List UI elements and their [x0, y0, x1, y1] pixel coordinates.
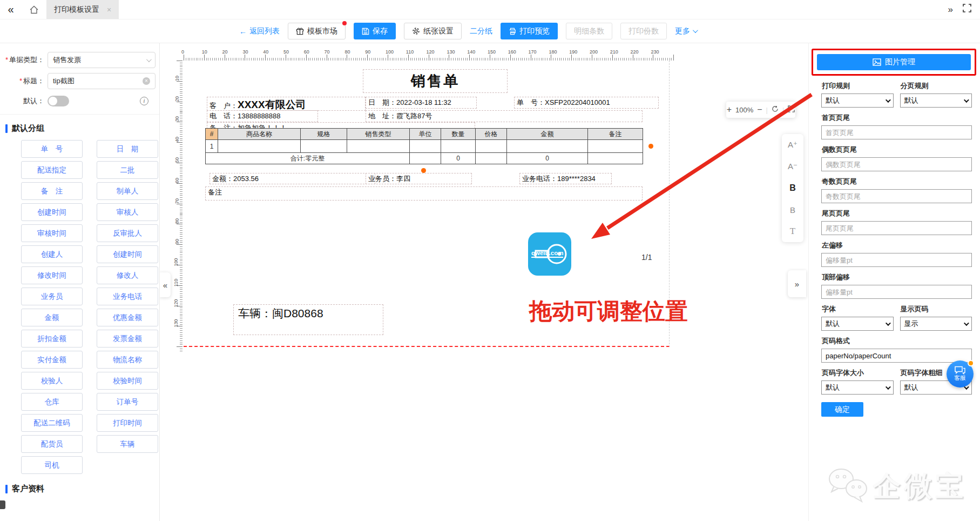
confirm-button[interactable]: 确定 [821, 402, 863, 417]
detail-rows-button[interactable]: 明细条数 [566, 23, 612, 39]
image-manage-button[interactable]: 图片管理 [817, 54, 971, 70]
qweib-logo-image[interactable]: qweib.com [528, 232, 571, 276]
highlight-red-box: 图片管理 [812, 49, 976, 76]
field-button[interactable]: 单 号 [21, 140, 83, 158]
field-button[interactable]: 校验人 [21, 372, 83, 390]
split-paper-link[interactable]: 二分纸 [470, 26, 492, 36]
invoice-date-field[interactable]: 日 期：2022-03-18 11:32 [366, 97, 477, 109]
field-button[interactable]: 校验时间 [97, 372, 158, 390]
left-offset-input[interactable] [821, 253, 972, 267]
field-button[interactable]: 日 期 [97, 140, 158, 158]
format-button[interactable]: A⁻ [782, 156, 803, 177]
first-footer-input[interactable] [821, 125, 972, 139]
page-format-label: 页码格式 [822, 336, 972, 346]
format-button[interactable]: B [782, 177, 803, 199]
template-title-input[interactable]: tip截图 × [48, 73, 156, 89]
field-button[interactable]: 制单人 [97, 182, 158, 200]
field-button[interactable]: 折扣金额 [21, 330, 83, 348]
field-button[interactable]: 反审批人 [97, 224, 158, 242]
default-toggle[interactable] [48, 96, 69, 106]
field-button[interactable]: 配送指定 [21, 161, 83, 179]
invoice-items-table[interactable]: #商品名称规格销售类型单位数量价格金额备注 1 合计:零元整 00 [205, 128, 643, 164]
fullscreen-icon[interactable] [963, 4, 971, 15]
field-button[interactable]: 金额 [21, 309, 83, 326]
field-button[interactable]: 审核时间 [21, 224, 83, 242]
left-offset-label: 左偏移 [822, 241, 972, 250]
collapse-panel-button[interactable]: » [788, 270, 806, 297]
tab-close-icon[interactable]: × [107, 5, 111, 14]
odd-footer-input[interactable] [821, 189, 972, 203]
field-button[interactable]: 业务员 [21, 288, 83, 305]
fit-screen-icon[interactable] [788, 105, 795, 114]
field-button[interactable]: 创建人 [21, 245, 83, 263]
paper-settings-button[interactable]: 纸张设置 [404, 23, 462, 39]
page-size-select[interactable]: 默认 [821, 380, 894, 395]
template-market-button[interactable]: 模板市场 [288, 23, 346, 39]
field-button[interactable]: 修改时间 [21, 266, 83, 284]
field-button[interactable]: 业务电话 [97, 288, 158, 305]
customer-service-button[interactable]: 客服 [947, 360, 974, 388]
field-button[interactable]: 发票金额 [97, 330, 158, 348]
format-button[interactable]: A⁺ [782, 134, 803, 156]
collapse-tabs-icon[interactable]: « [0, 0, 22, 19]
field-button[interactable]: 审核人 [97, 203, 158, 221]
scrollbar-fragment[interactable] [0, 500, 5, 509]
field-button[interactable]: 司机 [21, 456, 83, 474]
field-button[interactable]: 创建时间 [97, 245, 158, 263]
drag-handle-dot[interactable] [648, 144, 653, 149]
print-preview-button[interactable]: 打印预览 [501, 23, 558, 39]
expand-tabs-icon[interactable]: » [948, 4, 953, 15]
font-select[interactable]: 默认 [821, 317, 894, 331]
field-button[interactable]: 备 注 [21, 182, 83, 200]
field-button[interactable]: 修改人 [97, 266, 158, 284]
top-offset-input[interactable] [821, 285, 972, 299]
format-button[interactable]: B [782, 199, 803, 221]
zoom-out-button[interactable]: − [757, 105, 762, 115]
doc-type-select[interactable]: 销售发票 [48, 52, 156, 68]
zoom-reset-icon[interactable] [772, 105, 779, 114]
page-rule-select[interactable]: 默认 [900, 93, 972, 108]
format-button[interactable]: T [782, 221, 803, 242]
more-link[interactable]: 更多 [675, 26, 697, 36]
save-button[interactable]: 保存 [354, 23, 396, 39]
invoice-customer-field[interactable]: 客 户：XXXX有限公司 [207, 97, 366, 111]
home-icon[interactable] [22, 0, 46, 19]
invoice-sales-phone-field[interactable]: 业务电话：189****2834 [519, 173, 612, 184]
page-size-label: 页码字体大小 [822, 368, 894, 378]
invoice-address-field[interactable]: 地 址：霞飞路87号 [366, 110, 643, 122]
back-to-list-link[interactable]: ← 返回列表 [239, 26, 280, 36]
even-footer-input[interactable] [821, 157, 972, 171]
clear-icon[interactable]: × [143, 77, 150, 85]
field-button[interactable]: 实付金额 [21, 351, 83, 369]
table-total-row: 合计:零元整 00 [206, 153, 643, 164]
invoice-salesman-field[interactable]: 业务员：李四 [366, 173, 472, 184]
chat-icon [955, 366, 965, 375]
zoom-in-button[interactable]: + [727, 105, 732, 115]
page-format-input[interactable] [821, 349, 972, 363]
field-button[interactable]: 优惠金额 [97, 309, 158, 326]
field-button[interactable]: 物流名称 [97, 351, 158, 369]
print-copies-button[interactable]: 打印份数 [620, 23, 667, 39]
field-button[interactable]: 订单号 [97, 393, 158, 411]
field-button[interactable]: 二批 [97, 161, 158, 179]
field-button[interactable]: 配货员 [21, 435, 83, 453]
print-rule-select[interactable]: 默认 [821, 93, 894, 108]
last-footer-input[interactable] [821, 221, 972, 235]
field-button[interactable]: 配送二维码 [21, 414, 83, 432]
field-button[interactable]: 创建时间 [21, 203, 83, 221]
tab-print-template-settings[interactable]: 打印模板设置 × [46, 0, 119, 19]
invoice-title-field[interactable]: 销售单 [363, 69, 508, 93]
field-button[interactable]: 打印时间 [97, 414, 158, 432]
invoice-remark2-field[interactable]: 备注 [205, 186, 643, 201]
field-button[interactable]: 车辆 [97, 435, 158, 453]
invoice-phone-field[interactable]: 电 话：13888888888 [207, 110, 318, 122]
invoice-number-field[interactable]: 单 号：XSFP202204010001 [514, 97, 659, 109]
field-button[interactable]: 仓库 [21, 393, 83, 411]
invoice-amount-field[interactable]: 金额：2053.56 [209, 173, 375, 184]
drag-handle-dot[interactable] [421, 168, 426, 173]
group-title-customer: 客户资料 [5, 484, 159, 494]
info-icon[interactable]: i [140, 97, 148, 105]
invoice-vehicle-field[interactable]: 车辆：闽D80868 [233, 304, 383, 335]
show-page-select[interactable]: 显示 [900, 317, 972, 331]
collapse-sidebar-button[interactable]: « [160, 272, 171, 297]
